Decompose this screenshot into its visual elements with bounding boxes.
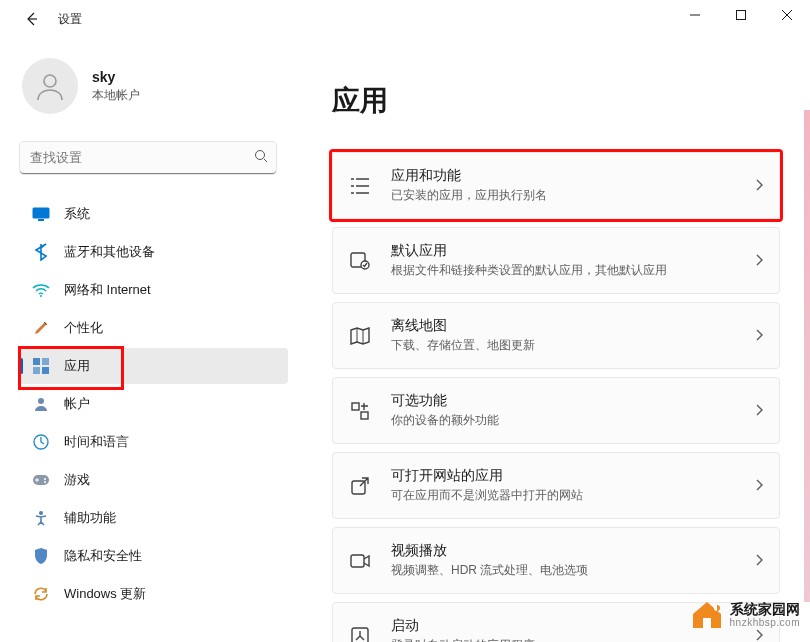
startup-icon — [349, 625, 371, 643]
nav-bluetooth[interactable]: 蓝牙和其他设备 — [20, 234, 288, 270]
person-icon — [34, 70, 66, 102]
card-subtitle: 登录时自动启动的应用程序 — [391, 637, 755, 642]
nav-label: 个性化 — [64, 319, 103, 337]
nav-personalization[interactable]: 个性化 — [20, 310, 288, 346]
nav-label: 应用 — [64, 357, 90, 375]
user-name: sky — [92, 69, 140, 85]
card-website-apps[interactable]: 可打开网站的应用 可在应用而不是浏览器中打开的网站 — [332, 452, 780, 519]
card-title: 默认应用 — [391, 242, 755, 260]
chevron-right-icon — [755, 327, 763, 345]
display-icon — [32, 205, 50, 223]
user-block[interactable]: sky 本地帐户 — [20, 58, 300, 114]
card-title: 离线地图 — [391, 317, 755, 335]
card-apps-features[interactable]: 应用和功能 已安装的应用，应用执行别名 — [332, 152, 780, 219]
window-controls — [672, 0, 810, 30]
default-apps-icon — [349, 250, 371, 272]
svg-rect-8 — [33, 367, 40, 374]
accessibility-icon — [32, 509, 50, 527]
card-optional-features[interactable]: 可选功能 你的设备的额外功能 — [332, 377, 780, 444]
sidebar: sky 本地帐户 系统 蓝牙和其他设备 网络和 I — [0, 38, 300, 642]
nav-list: 系统 蓝牙和其他设备 网络和 Internet 个性化 应用 — [20, 196, 288, 612]
card-subtitle: 视频调整、HDR 流式处理、电池选项 — [391, 562, 755, 579]
svg-point-14 — [44, 481, 46, 483]
nav-label: 网络和 Internet — [64, 281, 151, 299]
nav-label: Windows 更新 — [64, 585, 146, 603]
clock-globe-icon — [32, 433, 50, 451]
page-title: 应用 — [332, 82, 780, 120]
nav-windows-update[interactable]: Windows 更新 — [20, 576, 288, 612]
window-title: 设置 — [58, 11, 82, 28]
nav-apps[interactable]: 应用 — [20, 348, 288, 384]
nav-privacy[interactable]: 隐私和安全性 — [20, 538, 288, 574]
close-icon — [782, 10, 792, 20]
map-icon — [349, 325, 371, 347]
back-button[interactable] — [20, 7, 44, 31]
nav-label: 辅助功能 — [64, 509, 116, 527]
add-tile-icon — [349, 400, 371, 422]
svg-point-13 — [44, 478, 46, 480]
video-icon — [349, 550, 371, 572]
card-default-apps[interactable]: 默认应用 根据文件和链接种类设置的默认应用，其他默认应用 — [332, 227, 780, 294]
watermark-url: hnzkhbsp.com — [730, 617, 800, 628]
card-subtitle: 可在应用而不是浏览器中打开的网站 — [391, 487, 755, 504]
open-external-icon — [349, 475, 371, 497]
chevron-right-icon — [755, 402, 763, 420]
user-subtitle: 本地帐户 — [92, 87, 140, 104]
maximize-button[interactable] — [718, 0, 764, 30]
card-title: 应用和功能 — [391, 167, 755, 185]
chevron-right-icon — [755, 477, 763, 495]
card-offline-maps[interactable]: 离线地图 下载、存储位置、地图更新 — [332, 302, 780, 369]
svg-point-5 — [40, 295, 42, 297]
card-video-playback[interactable]: 视频播放 视频调整、HDR 流式处理、电池选项 — [332, 527, 780, 594]
card-subtitle: 下载、存储位置、地图更新 — [391, 337, 755, 354]
settings-window: 设置 sky 本地帐户 — [0, 0, 810, 642]
svg-rect-7 — [42, 358, 49, 365]
nav-time-language[interactable]: 时间和语言 — [20, 424, 288, 460]
nav-accounts[interactable]: 帐户 — [20, 386, 288, 422]
svg-point-1 — [44, 75, 56, 87]
nav-accessibility[interactable]: 辅助功能 — [20, 500, 288, 536]
wifi-icon — [32, 281, 50, 299]
nav-label: 蓝牙和其他设备 — [64, 243, 155, 261]
card-subtitle: 根据文件和链接种类设置的默认应用，其他默认应用 — [391, 262, 755, 279]
content-area: 应用 应用和功能 已安装的应用，应用执行别名 默认应用 根据文件和链接种类设置 — [300, 38, 810, 642]
gamepad-icon — [32, 471, 50, 489]
nav-system[interactable]: 系统 — [20, 196, 288, 232]
nav-network[interactable]: 网络和 Internet — [20, 272, 288, 308]
nav-label: 隐私和安全性 — [64, 547, 142, 565]
svg-rect-4 — [38, 219, 44, 221]
apps-icon — [32, 357, 50, 375]
titlebar: 设置 — [0, 0, 810, 38]
minimize-button[interactable] — [672, 0, 718, 30]
svg-rect-19 — [361, 412, 368, 419]
house-icon — [690, 600, 724, 630]
card-title: 可选功能 — [391, 392, 755, 410]
minimize-icon — [690, 10, 700, 20]
svg-rect-9 — [42, 367, 49, 374]
svg-point-10 — [38, 398, 44, 404]
watermark: 系统家园网 hnzkhbsp.com — [690, 600, 800, 630]
update-icon — [32, 585, 50, 603]
svg-rect-21 — [351, 555, 364, 567]
brush-icon — [32, 319, 50, 337]
svg-point-2 — [256, 151, 265, 160]
svg-point-15 — [39, 511, 43, 515]
back-arrow-icon — [24, 11, 40, 27]
svg-rect-23 — [703, 618, 711, 628]
svg-rect-6 — [33, 358, 40, 365]
chevron-right-icon — [755, 252, 763, 270]
card-subtitle: 你的设备的额外功能 — [391, 412, 755, 429]
search-input[interactable] — [20, 142, 276, 174]
nav-label: 系统 — [64, 205, 90, 223]
chevron-right-icon — [755, 552, 763, 570]
settings-cards: 应用和功能 已安装的应用，应用执行别名 默认应用 根据文件和链接种类设置的默认应… — [332, 152, 780, 642]
maximize-icon — [736, 10, 746, 20]
nav-gaming[interactable]: 游戏 — [20, 462, 288, 498]
nav-label: 时间和语言 — [64, 433, 129, 451]
shield-icon — [32, 547, 50, 565]
close-button[interactable] — [764, 0, 810, 30]
nav-label: 游戏 — [64, 471, 90, 489]
svg-rect-3 — [33, 208, 50, 219]
body-area: sky 本地帐户 系统 蓝牙和其他设备 网络和 I — [0, 38, 810, 642]
card-subtitle: 已安装的应用，应用执行别名 — [391, 187, 755, 204]
